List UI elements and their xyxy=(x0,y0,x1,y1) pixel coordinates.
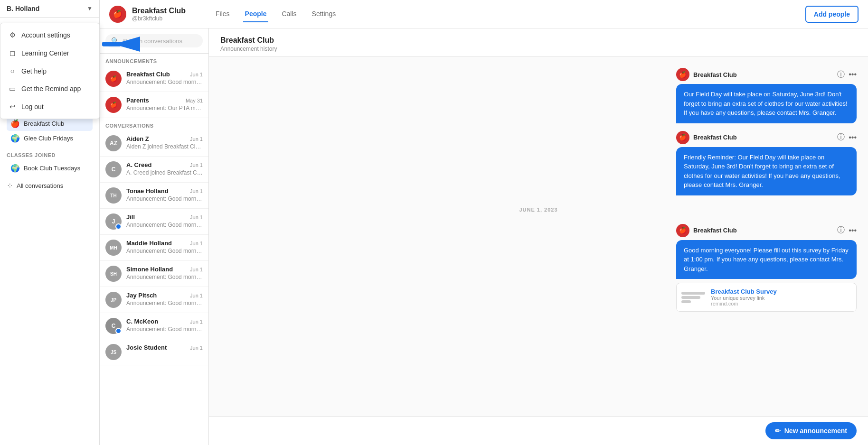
sidebar-item-glee-club[interactable]: 🌍 Glee Club Fridays xyxy=(7,131,93,146)
msg-more-button-1[interactable]: ••• xyxy=(849,70,857,79)
conv-item-aiden[interactable]: AZ Aiden Z Jun 1 Aiden Z joined Breakfas… xyxy=(100,130,208,157)
conv-name-row-acreed: A. Creed Jun 1 xyxy=(126,161,203,168)
conv-preview-jill: Announcement: Good morning ev... xyxy=(126,222,203,228)
class-handle: @br3kftclub xyxy=(132,15,186,22)
conv-preview-maddie: Announcement: Good morning ev... xyxy=(126,248,203,254)
gear-icon: ⚙ xyxy=(8,31,17,39)
new-announcement-button[interactable]: ✏ New announcement xyxy=(765,422,857,439)
conv-item-maddie[interactable]: MH Maddie Holland Jun 1 Announcement: Go… xyxy=(100,235,208,261)
get-remind-app-item[interactable]: ▭ Get the Remind app xyxy=(0,80,99,98)
msg-more-button-3[interactable]: ••• xyxy=(849,226,857,235)
msg-avatar-2: 🍎 xyxy=(676,131,689,144)
learning-center-label: Learning Center xyxy=(21,49,69,57)
survey-card[interactable]: Breakfast Club Survey Your unique survey… xyxy=(676,283,857,312)
conv-item-tonae[interactable]: TH Tonae Holland Jun 1 Announcement: Goo… xyxy=(100,183,208,209)
book-club-label: Book Club Tuesdays xyxy=(24,165,80,172)
msg-info-button-1[interactable]: ⓘ xyxy=(837,70,845,80)
conv-preview-jay: Announcement: Good morning ev... xyxy=(126,300,203,306)
user-menu-trigger[interactable]: B. Holland ▼ xyxy=(0,0,99,18)
conv-name-row-jay: Jay Pitsch Jun 1 xyxy=(126,292,203,299)
svg-rect-1 xyxy=(102,42,121,46)
announcement-name-1: Breakfast Club xyxy=(126,71,170,78)
conv-item-acreed[interactable]: C A. Creed Jun 1 A. Creed joined Breakfa… xyxy=(100,157,208,183)
conv-name-jay: Jay Pitsch xyxy=(126,292,157,299)
glee-club-icon: 🌍 xyxy=(10,134,20,143)
all-conversations-link[interactable]: ⁘ All conversations xyxy=(0,177,99,194)
msg-avatar-3: 🍎 xyxy=(676,224,689,237)
msg-sender-2: Breakfast Club xyxy=(693,134,833,141)
add-people-button[interactable]: Add people xyxy=(805,6,859,23)
conv-item-jay[interactable]: JP Jay Pitsch Jun 1 Announcement: Good m… xyxy=(100,287,208,313)
content-area: 🔍 ANNOUNCEMENTS 🍎 Breakfast Club Jun 1 A… xyxy=(100,28,868,445)
message-3: 🍎 Breakfast Club ⓘ ••• Good morning ever… xyxy=(676,224,857,312)
announcement-info-2: Parents May 31 Announcement: Our PTA mee… xyxy=(126,97,203,111)
learning-center-item[interactable]: ◻ Learning Center xyxy=(0,44,99,62)
conv-date-simone: Jun 1 xyxy=(190,267,203,272)
log-out-item[interactable]: ↩ Log out xyxy=(0,98,99,116)
classes-joined-label: Classes joined xyxy=(7,152,93,158)
conversations-section-header: CONVERSATIONS xyxy=(100,118,208,130)
tab-settings[interactable]: Settings xyxy=(310,6,338,22)
conv-item-cmckeon[interactable]: C C. McKeon Jun 1 Announcement: Good mor… xyxy=(100,313,208,339)
conv-avatar-josie: JS xyxy=(105,344,122,360)
account-settings-item[interactable]: ⚙ Account settings xyxy=(0,26,99,44)
class-avatar-large: 🍎 xyxy=(109,6,126,23)
msg-info-button-2[interactable]: ⓘ xyxy=(837,132,845,142)
get-help-label: Get help xyxy=(21,67,47,75)
announcement-breakfast-club[interactable]: 🍎 Breakfast Club Jun 1 Announcement: Goo… xyxy=(100,66,208,92)
conv-preview-cmckeon: Announcement: Good morning ev... xyxy=(126,326,203,333)
conv-info-josie: Josie Student Jun 1 xyxy=(126,344,203,352)
announcement-avatar-1: 🍎 xyxy=(105,71,122,87)
conv-info-simone: Simone Holland Jun 1 Announcement: Good … xyxy=(126,266,203,280)
conv-preview-aiden: Aiden Z joined Breakfast Club. 🎉 xyxy=(126,143,203,150)
conv-date-maddie: Jun 1 xyxy=(190,241,203,246)
conv-name-row-simone: Simone Holland Jun 1 xyxy=(126,266,203,273)
announcement-pencil-icon: ✏ xyxy=(775,427,781,435)
announcement-date-2: May 31 xyxy=(186,98,203,103)
tab-people[interactable]: People xyxy=(243,6,269,22)
book-club-icon: 🌍 xyxy=(10,164,20,173)
chat-footer: ✏ New announcement xyxy=(209,416,868,445)
chat-header: Breakfast Club Announcement history xyxy=(209,28,868,56)
tab-files[interactable]: Files xyxy=(214,6,232,22)
tab-calls[interactable]: Calls xyxy=(280,6,298,22)
conv-info-jay: Jay Pitsch Jun 1 Announcement: Good morn… xyxy=(126,292,203,306)
get-help-item[interactable]: ○ Get help xyxy=(0,62,99,80)
conv-item-jill[interactable]: J Jill Jun 1 Announcement: Good morning … xyxy=(100,209,208,235)
conv-date-cmckeon: Jun 1 xyxy=(190,319,203,324)
conv-date-tonae: Jun 1 xyxy=(190,188,203,194)
conv-name-aiden: Aiden Z xyxy=(126,135,149,142)
chat-messages: 🍎 Breakfast Club ⓘ ••• Our Field Day wil… xyxy=(209,56,868,416)
glee-club-label: Glee Club Fridays xyxy=(24,135,73,142)
conv-avatar-aiden: AZ xyxy=(105,135,122,151)
survey-line-2 xyxy=(681,296,700,299)
survey-desc: Your unique survey link xyxy=(711,295,851,301)
announcement-name-row-2: Parents May 31 xyxy=(126,97,203,104)
conv-date-jay: Jun 1 xyxy=(190,293,203,298)
sidebar-item-book-club[interactable]: 🌍 Book Club Tuesdays xyxy=(7,161,93,176)
msg-sender-1: Breakfast Club xyxy=(693,71,833,78)
announcement-parents[interactable]: 🍎 Parents May 31 Announcement: Our PTA m… xyxy=(100,92,208,118)
date-separator: JUNE 1, 2023 xyxy=(220,207,857,213)
conv-avatar-cmckeon: C xyxy=(105,318,122,334)
conv-item-simone[interactable]: SH Simone Holland Jun 1 Announcement: Go… xyxy=(100,261,208,287)
conv-item-josie[interactable]: JS Josie Student Jun 1 xyxy=(100,339,208,365)
top-navigation: 🍎 Breakfast Club @br3kftclub Files Peopl… xyxy=(100,0,868,28)
conv-name-josie: Josie Student xyxy=(126,344,167,351)
conv-name-acreed: A. Creed xyxy=(126,161,151,168)
msg-more-button-2[interactable]: ••• xyxy=(849,133,857,142)
survey-text: Breakfast Club Survey Your unique survey… xyxy=(711,288,851,306)
announcement-preview-1: Announcement: Good morning ev... xyxy=(126,79,203,85)
survey-title[interactable]: Breakfast Club Survey xyxy=(711,288,851,295)
all-conversations-label: All conversations xyxy=(17,182,63,189)
message-bubble-3: Good morning everyone! Please fill out t… xyxy=(676,240,857,279)
chat-subtitle: Announcement history xyxy=(220,46,857,52)
conv-name-row-jill: Jill Jun 1 xyxy=(126,213,203,221)
breakfast-club-label: Breakfast Club xyxy=(24,120,64,127)
conv-info-aiden: Aiden Z Jun 1 Aiden Z joined Breakfast C… xyxy=(126,135,203,150)
msg-info-button-3[interactable]: ⓘ xyxy=(837,225,845,235)
classes-joined-section: Classes joined 🌍 Book Club Tuesdays xyxy=(0,148,99,177)
conv-name-cmckeon: C. McKeon xyxy=(126,318,158,325)
sidebar: B. Holland ▼ ⚙ Account settings ◻ Learni… xyxy=(0,0,100,445)
account-settings-label: Account settings xyxy=(21,31,70,39)
